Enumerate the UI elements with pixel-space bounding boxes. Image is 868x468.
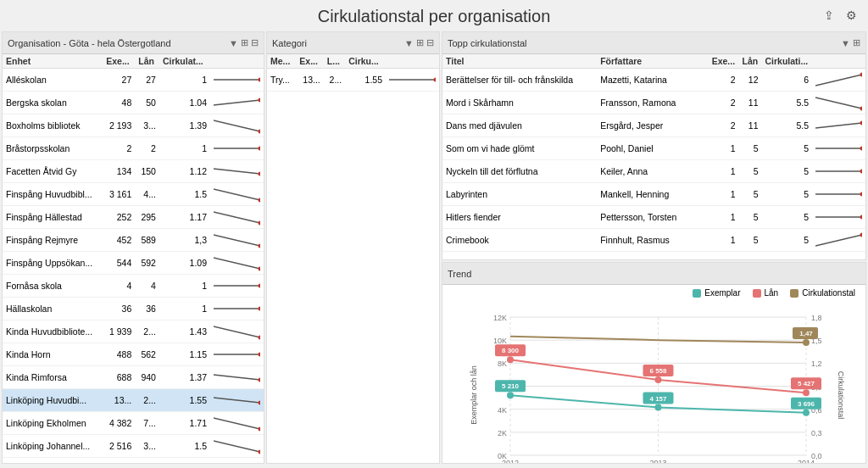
svg-text:2014: 2014 (798, 459, 815, 464)
left-table-scroll[interactable]: Enhet Exe... Lån Cirkulat... Alléskolan … (3, 54, 264, 463)
table-row[interactable]: Linköping Huvudbi... 13... 2... 1.55 (3, 389, 264, 412)
table-row[interactable]: Som om vi hade glömt Poohl, Daniel 1 5 5 (442, 137, 865, 160)
cell-cirk: 1.55 (159, 389, 210, 412)
svg-text:5 210: 5 210 (502, 382, 520, 390)
cell-lan: 50 (135, 92, 159, 114)
left-panel-header: Organisation - Göta - hela Östergotland … (3, 32, 264, 54)
left-panel-title: Organisation - Göta - hela Östergotland (8, 38, 171, 48)
cell-forfatter: Mankell, Henning (597, 183, 709, 206)
table-row[interactable]: Kinda Rimforsa 688 940 1.37 (3, 366, 264, 389)
cell-enhet: Bergska skolan (3, 92, 103, 114)
table-row[interactable]: Finspång Hällestad 252 295 1.17 (3, 206, 264, 229)
svg-point-9 (259, 284, 261, 288)
table-row[interactable]: Kinda Horn 488 562 1.15 (3, 343, 264, 366)
mid-table-scroll[interactable]: Me... Ex... L... Cirku... Try... 13... 2… (267, 54, 439, 463)
cell-lan: 2... (135, 458, 159, 464)
legend-label: Lån (765, 288, 779, 298)
svg-text:3 696: 3 696 (798, 400, 815, 408)
table-row[interactable]: Facetten Åtvid Gy 134 150 1.12 (3, 160, 264, 183)
table-row[interactable]: Labyrinten Mankell, Henning 1 5 5 (442, 183, 865, 206)
table-row[interactable]: Nyckeln till det förflutna Keiler, Anna … (442, 160, 865, 183)
right-column: Topp cirkulationstal ▼ ⊞ Titel Författar… (442, 31, 866, 464)
mid-col-cirk: Cirku... (345, 54, 386, 69)
cell-spark (210, 137, 264, 160)
svg-point-64 (507, 356, 514, 363)
cell-lan: 4... (135, 183, 159, 206)
cell-lan: 11 (739, 92, 762, 114)
right-grid-icon[interactable]: ⊞ (853, 37, 860, 48)
cell-exe: 452 (103, 229, 135, 252)
mid-list-icon[interactable]: ⊟ (426, 37, 434, 48)
filter-icon[interactable]: ▼ (229, 37, 238, 48)
svg-point-1 (259, 98, 261, 103)
cell-cirk: 1.15 (159, 343, 210, 366)
cell-spark (210, 275, 264, 298)
cell-enhet: Boxholms bibliotek (3, 114, 103, 137)
table-row[interactable]: Mord i Skårhamn Fransson, Ramona 2 11 5.… (442, 92, 865, 114)
settings-icon[interactable]: ⚙ (843, 7, 860, 24)
mid-filter-icon[interactable]: ▼ (404, 37, 414, 48)
trend-header: Trend (442, 263, 865, 285)
cell-spark (210, 412, 264, 435)
table-row[interactable]: Alléskolan 27 27 1 (3, 69, 264, 92)
table-row[interactable]: Fornåsa skola 4 4 1 (3, 275, 264, 298)
y-left-label: Exemplar och lån (470, 365, 478, 425)
table-row[interactable]: Linköping Ekholmen 4 382 7... 1.71 (3, 412, 264, 435)
cell-me: Try... (267, 69, 296, 92)
table-row[interactable]: Boxholms bibliotek 2 193 3... 1.39 (3, 114, 264, 137)
col-exe2: Exe... (709, 54, 739, 69)
svg-point-23 (860, 147, 863, 151)
mid-panel-header: Kategori ▼ ⊞ ⊟ (267, 32, 439, 54)
cell-cirk: 5 (762, 229, 813, 252)
cell-spark (812, 229, 865, 252)
cell-cirk: 1.09 (159, 252, 210, 275)
table-row[interactable]: Berättelser för till- och frånskilda Maz… (442, 69, 865, 92)
cell-l: 2... (324, 69, 345, 92)
table-row[interactable]: Bråstorpsskolan 2 2 1 (3, 137, 264, 160)
right-table-scroll[interactable]: Titel Författare Exe... Lån Cirkulati...… (442, 54, 865, 259)
table-row[interactable]: Hällaskolan 36 36 1 (3, 298, 264, 320)
svg-point-4 (259, 172, 261, 176)
table-row[interactable]: Crimebook Finnhult, Rasmus 1 5 5 (442, 229, 865, 252)
table-row[interactable]: Linköping Lambohov 1 606 2... 1.29 (3, 458, 264, 464)
cell-spark (210, 298, 264, 320)
table-row[interactable]: Dans med djävulen Ersgård, Jesper 2 11 5… (442, 114, 865, 137)
cell-enhet: Finspång Rejmyre (3, 229, 103, 252)
svg-point-20 (860, 73, 863, 77)
cell-enhet: Hällaskolan (3, 298, 103, 320)
legend-item: Lån (753, 288, 779, 298)
svg-point-27 (860, 233, 863, 237)
legend-item: Cirkulationstal (790, 288, 855, 298)
mid-grid-icon[interactable]: ⊞ (416, 37, 424, 48)
cell-exe: 4 (103, 275, 135, 298)
svg-point-8 (259, 267, 261, 271)
cell-exe: 27 (103, 69, 135, 92)
right-filter-icon[interactable]: ▼ (841, 37, 850, 48)
cell-cirk: 1.43 (159, 320, 210, 343)
svg-text:4 157: 4 157 (649, 395, 667, 403)
cell-cirk: 6 (762, 69, 813, 92)
table-row[interactable]: Finspång Uppsökan... 544 592 1.09 (3, 252, 264, 275)
svg-point-7 (259, 244, 261, 248)
table-row[interactable]: Bergska skolan 48 50 1.04 (3, 92, 264, 114)
cell-exe: 36 (103, 298, 135, 320)
table-row[interactable]: Try... 13... 2... 1.55 (267, 69, 439, 92)
list-icon[interactable]: ⊟ (251, 37, 259, 48)
table-row[interactable]: Kinda Huvudbibliote... 1 939 2... 1.43 (3, 320, 264, 343)
col-lan: Lån (135, 54, 159, 69)
cell-forfatter: Ersgård, Jesper (597, 114, 709, 137)
table-row[interactable]: Finspång Huvudbibl... 3 161 4... 1.5 (3, 183, 264, 206)
cell-cirk: 1.04 (159, 92, 210, 114)
cell-lan: 3... (135, 114, 159, 137)
table-row[interactable]: Hitlers fiender Pettersson, Torsten 1 5 … (442, 206, 865, 229)
grid-icon[interactable]: ⊞ (241, 37, 248, 48)
cell-exe: 1 (709, 183, 739, 206)
table-row[interactable]: Finspång Rejmyre 452 589 1,3 (3, 229, 264, 252)
table-row[interactable]: Linköping Johannel... 2 516 3... 1.5 (3, 435, 264, 458)
cell-spark (210, 229, 264, 252)
svg-point-6 (259, 221, 261, 226)
cell-lan: 12 (739, 69, 762, 92)
share-icon[interactable]: ⇪ (821, 7, 837, 24)
cell-exe: 13... (103, 389, 135, 412)
cell-lan: 589 (135, 229, 159, 252)
